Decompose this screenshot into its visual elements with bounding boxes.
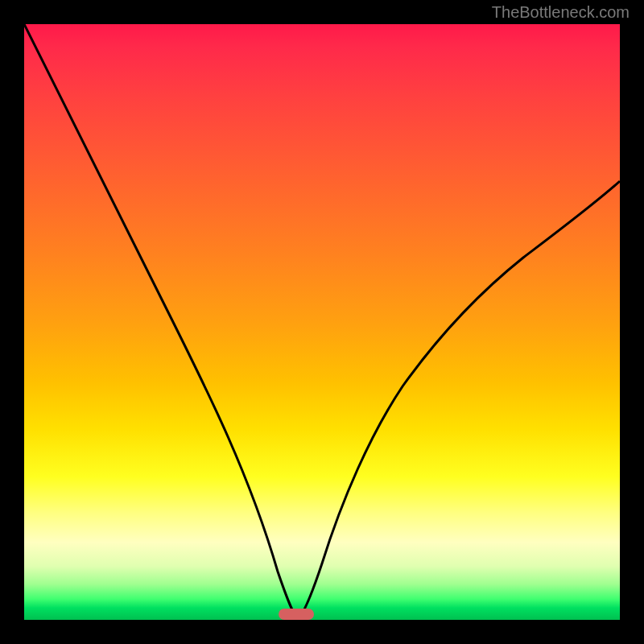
curve-svg xyxy=(24,24,620,620)
attribution-text: TheBottleneck.com xyxy=(492,3,630,22)
plot-area xyxy=(24,24,620,620)
bottleneck-curve xyxy=(24,24,620,618)
minimum-marker xyxy=(279,609,314,620)
